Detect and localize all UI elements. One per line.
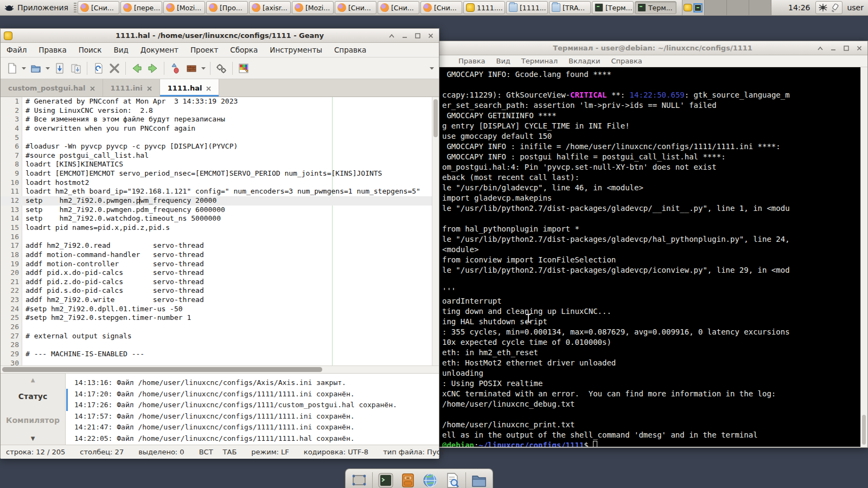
tab-close-icon[interactable] [90,83,95,93]
taskbar-window-button[interactable]: 1111.... [463,1,505,14]
status-message-row[interactable]: 14:17:57: Файл /home/user/linuxcnc/confi… [66,411,439,422]
status-message-list[interactable]: 14:13:16: Файл /home/user/linuxcnc/confi… [66,374,439,445]
status-message-row[interactable]: 14:17:20: Файл /home/user/linuxcnc/confi… [66,389,439,400]
toolbar-separator [87,62,87,75]
workspace-4[interactable] [749,0,771,15]
geany-menu-item[interactable]: Поиск [73,43,108,57]
maximize-button[interactable] [841,44,851,53]
tab-close-icon[interactable] [206,83,211,93]
shade-button[interactable] [387,31,397,40]
close-file-icon[interactable] [106,60,123,76]
terminal-menu-item[interactable]: Вид [490,55,515,67]
taskbar-window-button[interactable]: [axisr... [249,1,291,14]
dock-terminal-icon[interactable] [376,471,395,488]
save-all-icon[interactable] [68,60,84,76]
drweb-spider-icon[interactable] [818,3,828,12]
taskbar-window-button[interactable]: [Сни... [420,1,462,14]
editor-hscroll-thumb[interactable] [2,367,322,372]
statusbar-encoding: кодировка: UTF-8 [304,448,368,456]
terminal-menu-item[interactable]: Вкладки [563,55,605,67]
terminal-menu-item[interactable]: Правка [453,55,490,67]
usb-eject-icon[interactable] [830,3,840,12]
color-chooser-icon[interactable] [235,60,252,76]
terminal-scrollbar[interactable] [860,67,867,447]
terminal-menu-item[interactable]: Терминал [516,55,563,67]
taskbar-window-button[interactable]: [1111... [506,1,548,14]
geany-menu-item[interactable]: Сборка [224,43,264,57]
applications-menu-button[interactable]: Приложения [0,0,73,15]
build-icon[interactable] [183,60,200,76]
new-file-icon[interactable] [4,60,20,76]
nav-back-icon[interactable] [129,60,145,76]
workspace-1[interactable] [682,0,705,15]
editor-vertical-scrollbar[interactable] [432,97,439,365]
status-message-row[interactable]: 14:21:47: Файл /home/user/linuxcnc/confi… [66,422,439,433]
dock-show-desktop-icon[interactable] [350,471,368,488]
taskbar-window-button[interactable]: Терм... [635,1,676,14]
terminal-scrollbar-thumb[interactable] [862,415,866,445]
geany-menu-item[interactable]: Вид [107,43,134,57]
compile-icon[interactable] [167,60,183,76]
dropdown-arrow-icon[interactable] [200,60,207,76]
terminal-menu-item[interactable]: Справка [605,55,647,67]
geany-menu-item[interactable]: Инструменты [264,43,328,57]
run-icon[interactable] [213,60,229,76]
tab-close-icon[interactable] [147,83,152,93]
geany-menu-item[interactable]: Правка [33,43,72,57]
code-editor[interactable]: 1# Generated by PNCconf at Mon Apr 3 14:… [1,97,439,365]
shade-button[interactable] [815,44,825,53]
dock-file-folder-icon[interactable] [470,471,488,488]
taskbar-window-button[interactable]: [TRA... [549,1,591,14]
workspace-2[interactable] [705,0,727,15]
minimize-button[interactable] [400,31,410,40]
tab-status[interactable]: Статус [1,392,65,401]
taskbar-window-button[interactable]: [Mozi... [292,1,334,14]
taskbar-window-button[interactable]: [Mozi... [163,1,205,14]
dropdown-arrow-icon[interactable] [44,60,52,76]
dock-web-browser-icon[interactable] [421,471,439,488]
geany-menu-item[interactable]: Документ [135,43,184,57]
geany-titlebar[interactable]: 1111.hal - /home/user/linuxcnc/configs/1… [1,29,439,43]
taskbar-window-button[interactable]: [Сни... [335,1,376,14]
close-button[interactable] [854,44,864,53]
taskbar-window-button[interactable]: [Про... [206,1,248,14]
status-message-row[interactable]: 14:22:05: Файл /home/user/linuxcnc/confi… [66,433,439,445]
toolbar-overflow-dropdown-icon[interactable] [428,60,436,76]
dock-file-manager-icon[interactable] [399,471,417,488]
geany-menu-item[interactable]: Файл [1,43,33,57]
dropdown-arrow-icon[interactable] [20,60,28,76]
editor-horizontal-scrollbar[interactable] [1,365,439,373]
geany-mini-icon [684,4,692,11]
maximize-button[interactable] [413,31,423,40]
status-message-row[interactable]: 14:13:16: Файл /home/user/linuxcnc/confi… [66,377,439,389]
editor-tab-1111.ini[interactable]: 1111.ini [103,79,160,97]
geany-menu-item[interactable]: Проект [184,43,224,57]
tab-compiler[interactable]: Компилятор [1,416,65,425]
terminal-line: @debian:~/linuxcnc/configs/1111$ [442,440,860,447]
nav-forward-icon[interactable] [145,60,161,76]
editor-line: 23addf hm2_7i92.0.write servo-thread [1,296,439,305]
sidebar-scroll-down-icon[interactable]: ▼ [1,435,65,441]
terminal-line: er_set_search_path: assertion 'lm->priv-… [442,100,860,111]
geany-menu-item[interactable]: Справка [328,43,372,57]
sidebar-scroll-up-icon[interactable]: ▲ [1,377,65,383]
taskbar-window-button[interactable]: [Сни... [78,1,119,14]
editor-tab-custom_postgui.hal[interactable]: custom_postgui.hal [1,79,103,97]
dock-separator [465,472,466,488]
save-file-icon[interactable] [52,60,68,76]
terminal-titlebar[interactable]: Терминал - user@debian: ~/linuxcnc/confi… [438,41,867,55]
taskbar-window-button[interactable]: [пере... [120,1,162,14]
dock-search-icon[interactable] [443,471,462,488]
editor-vscroll-thumb[interactable] [433,99,438,137]
terminal-output[interactable]: GMOCCAPY INFO: Gcode.lang found ****ccap… [438,67,860,447]
minimize-button[interactable] [828,44,838,53]
open-file-icon[interactable] [28,60,44,76]
taskbar-window-button[interactable]: [Терм... [592,1,634,14]
status-message-row[interactable]: 14:17:26: Файл /home/user/linuxcnc/confi… [66,400,439,411]
revert-file-icon[interactable] [90,60,106,76]
close-button[interactable] [426,31,436,40]
editor-tab-1111.hal[interactable]: 1111.hal [160,79,220,97]
taskbar-window-button[interactable]: [Сни... [378,1,419,14]
terminal-line: ''' [442,286,860,296]
workspace-3[interactable] [727,0,749,15]
